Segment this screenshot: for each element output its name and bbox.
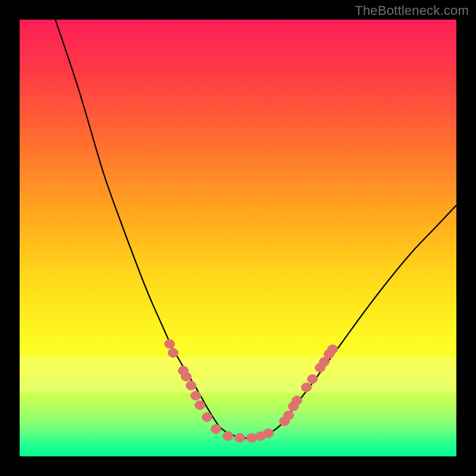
highlight-dot: [186, 381, 196, 390]
highlight-dot: [195, 401, 205, 410]
highlight-dot: [284, 411, 294, 420]
watermark-text: TheBottleneck.com: [355, 3, 469, 18]
highlight-dot: [328, 345, 338, 354]
chart-frame: TheBottleneck.com: [0, 0, 476, 476]
bottleneck-curve: [55, 20, 456, 438]
highlight-dot: [202, 413, 212, 422]
highlight-dot: [168, 349, 178, 358]
highlight-dots-group: [165, 340, 338, 443]
highlight-dot: [247, 434, 257, 443]
highlight-dot: [235, 434, 245, 443]
chart-svg: [20, 20, 456, 456]
highlight-dot: [211, 425, 221, 434]
highlight-dot: [302, 383, 312, 392]
highlight-dot: [191, 392, 201, 400]
highlight-dot: [165, 340, 175, 349]
highlight-dot: [292, 396, 302, 405]
highlight-dot: [264, 429, 274, 438]
highlight-dot: [181, 372, 192, 381]
curve-path: [55, 20, 456, 438]
highlight-dot: [223, 432, 233, 441]
highlight-dot: [308, 375, 318, 384]
